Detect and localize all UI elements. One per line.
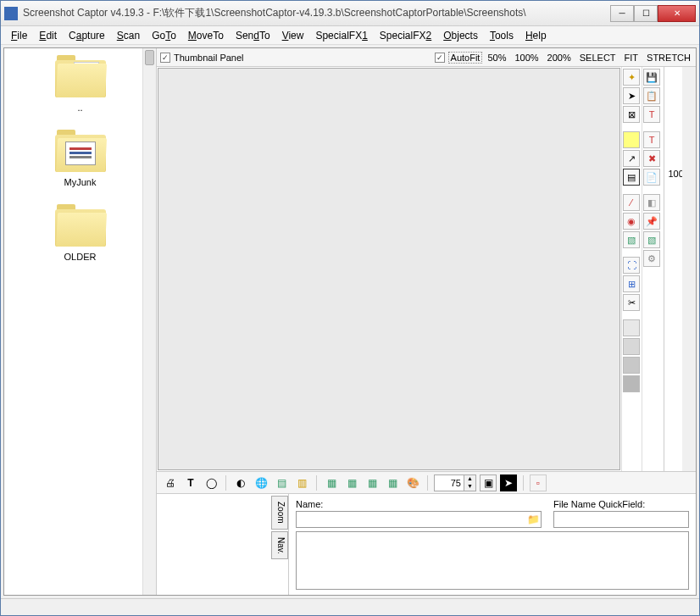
close-button[interactable]: ✕	[658, 5, 696, 22]
shade4-icon[interactable]	[623, 375, 640, 392]
canvas-area: ✦ ➤ ⊠ ↗ ▤ ⁄ ◉ ▧ ⛶ ⊞ ✂	[157, 67, 696, 471]
text2-icon[interactable]: T	[643, 131, 660, 148]
menu-goto[interactable]: GoTo	[147, 28, 181, 43]
eraser-icon[interactable]: ◧	[643, 194, 660, 211]
crop-icon[interactable]: ✂	[623, 294, 640, 311]
statusbar	[1, 598, 699, 615]
globe-icon[interactable]: 🌐	[253, 474, 269, 491]
delete-icon[interactable]: ✖	[643, 150, 660, 167]
menu-capture[interactable]: Capture	[64, 28, 110, 43]
edit-text-icon[interactable]: T	[643, 106, 660, 123]
grid2-icon[interactable]: ▦	[343, 474, 360, 491]
thumbnail-checkbox[interactable]: ✓	[160, 53, 170, 63]
rect-icon[interactable]	[623, 131, 640, 148]
grid3-icon[interactable]: ▦	[364, 474, 381, 491]
bottom-panels: Zoom Nav. Name: 📁	[157, 493, 696, 595]
zoom-tab[interactable]: Zoom	[271, 496, 288, 530]
zoom-200[interactable]: 200%	[546, 53, 573, 63]
grid4-icon[interactable]: ▦	[384, 474, 401, 491]
menu-sfx1[interactable]: SpecialFX1	[310, 28, 372, 43]
folder-up[interactable]: ..	[38, 55, 123, 113]
pin-icon[interactable]: 📌	[643, 213, 660, 230]
right-scrollbar[interactable]	[682, 67, 696, 471]
window-controls: ─ ☐ ✕	[610, 5, 696, 22]
right-toolbars: ✦ ➤ ⊠ ↗ ▤ ⁄ ◉ ▧ ⛶ ⊞ ✂	[621, 67, 664, 471]
select-icon[interactable]: ⊠	[623, 106, 640, 123]
spin-up[interactable]: ▲	[464, 475, 475, 483]
layers2-icon[interactable]: ▣	[480, 474, 497, 491]
text-a-icon[interactable]: T	[182, 474, 199, 491]
zoom-50[interactable]: 50%	[486, 53, 508, 63]
wand-icon[interactable]: ✦	[623, 69, 640, 86]
canvas[interactable]	[158, 68, 620, 470]
spin-down[interactable]: ▼	[464, 483, 475, 491]
page-icon[interactable]: ▫	[530, 474, 547, 491]
zoom-fit[interactable]: FIT	[623, 53, 641, 63]
tool-column-1: ✦ ➤ ⊠ ↗ ▤ ⁄ ◉ ▧ ⛶ ⊞ ✂	[621, 67, 642, 471]
fit-icon[interactable]: ⛶	[623, 257, 640, 274]
description-box[interactable]	[296, 531, 689, 590]
titlebar: Screenshot Captor v4.19.3 - F:\软件下载1\Scr…	[1, 1, 699, 26]
doc-icon[interactable]: ▥	[293, 474, 310, 491]
zoom-stretch[interactable]: STRETCH	[645, 53, 692, 63]
arrow-icon[interactable]: ↗	[623, 150, 640, 167]
gear-icon[interactable]: ⚙	[643, 250, 660, 267]
crosshair-icon[interactable]: ⊞	[623, 275, 640, 292]
shade3-icon[interactable]	[623, 357, 640, 374]
contrast-icon[interactable]: ◐	[232, 474, 249, 491]
minimize-button[interactable]: ─	[610, 5, 634, 22]
cursor2-icon[interactable]: ➤	[500, 474, 517, 491]
menu-sfx2[interactable]: SpecialFX2	[375, 28, 436, 43]
folder-older[interactable]: OLDER	[38, 204, 123, 262]
paste-icon[interactable]: 📋	[643, 87, 660, 104]
top-toolbar: ✓ Thumbnail Panel ✓ AutoFit 50% 100% 200…	[157, 48, 696, 67]
quickfield-input[interactable]	[554, 514, 688, 524]
menu-objects[interactable]: Objects	[438, 28, 483, 43]
menu-view[interactable]: View	[277, 28, 309, 43]
zoom-options: 50% 100% 200% SELECT FIT STRETCH	[486, 53, 692, 63]
opacity-spinner[interactable]: ▲▼	[434, 474, 476, 491]
far-right-panel: 100%	[664, 67, 696, 471]
folder-myjunk[interactable]: MyJunk	[38, 130, 123, 187]
menu-edit[interactable]: Edit	[34, 28, 62, 43]
nav-tab[interactable]: Nav.	[271, 531, 288, 560]
shapes-icon[interactable]: ◉	[623, 213, 640, 230]
menu-file[interactable]: File	[6, 28, 32, 43]
menu-moveto[interactable]: MoveTo	[183, 28, 229, 43]
image-icon[interactable]: ▧	[623, 231, 640, 248]
quickfield-label: File Name QuickField:	[553, 499, 689, 509]
folder-icon	[53, 204, 108, 248]
save-icon[interactable]: 💾	[643, 69, 660, 86]
menu-scan[interactable]: Scan	[112, 28, 145, 43]
cursor-icon[interactable]: ➤	[623, 87, 640, 104]
image2-icon[interactable]: ▧	[643, 231, 660, 248]
circle-o-icon[interactable]: ◯	[203, 474, 219, 491]
zoom-nav-panel: Zoom Nav.	[157, 494, 289, 595]
menu-sendto[interactable]: SendTo	[231, 28, 275, 43]
zoom-100[interactable]: 100%	[513, 53, 540, 63]
clipboard-icon[interactable]: 📄	[643, 169, 660, 186]
zoom-select[interactable]: SELECT	[578, 53, 618, 63]
menu-help[interactable]: Help	[520, 28, 552, 43]
name-panel: Name: 📁 File Name QuickField:	[289, 494, 696, 595]
bottom-toolbar: 🖨 T ◯ ◐ 🌐 ▤ ▥ ▦ ▦ ▦ ▦ 🎨 ▲▼ ▣	[157, 471, 696, 493]
print-icon[interactable]: 🖨	[162, 474, 179, 491]
maximize-button[interactable]: ☐	[634, 5, 658, 22]
brush-icon[interactable]: ⁄	[623, 194, 640, 211]
name-input[interactable]	[297, 514, 525, 524]
grid1-icon[interactable]: ▦	[323, 474, 340, 491]
main-area: ✓ Thumbnail Panel ✓ AutoFit 50% 100% 200…	[157, 48, 696, 595]
autofit-checkbox[interactable]: ✓	[435, 53, 445, 63]
folder-label: ..	[77, 103, 82, 113]
name-folder-icon[interactable]: 📁	[525, 513, 541, 525]
window-title: Screenshot Captor v4.19.3 - F:\软件下载1\Scr…	[23, 6, 610, 20]
color-wheel-icon[interactable]: 🎨	[404, 474, 421, 491]
opacity-input[interactable]	[435, 478, 464, 488]
shade1-icon[interactable]	[623, 319, 640, 336]
shade2-icon[interactable]	[623, 338, 640, 355]
sidebar-scrollbar[interactable]	[142, 48, 156, 595]
menu-tools[interactable]: Tools	[485, 28, 519, 43]
text-tool-icon[interactable]: ▤	[623, 169, 640, 186]
layers-icon[interactable]: ▤	[273, 474, 290, 491]
content-area: .. MyJunk OLDER ✓ Thumbnail Panel	[3, 47, 697, 596]
